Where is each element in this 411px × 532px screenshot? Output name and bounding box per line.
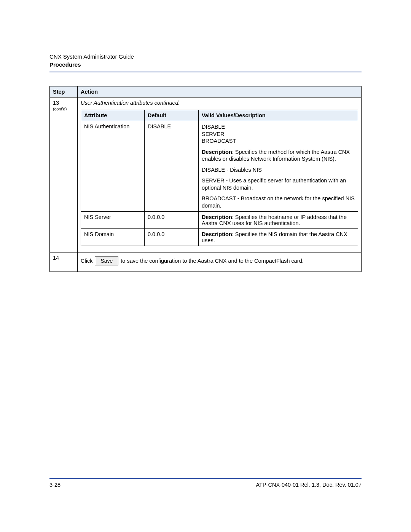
attributes-caption: User Authentication attributes continued… [81,100,358,106]
attribute-default: DISABLE [145,121,199,212]
attribute-name: NIS Authentication [81,121,145,212]
attribute-name: NIS Domain [81,229,145,246]
attributes-table: Attribute Default Valid Values/Descripti… [81,110,358,246]
action-cell: Click Save to save the configuration to … [78,252,362,272]
header-divider [49,72,362,72]
page-footer: 3-28 ATP-CNX-040-01 Rel. 1.3, Doc. Rev. … [49,478,362,488]
step-number: 13 [53,100,59,106]
attribute-description: DISABLE SERVER BROADCAST Description: Sp… [199,121,358,212]
doc-id: ATP-CNX-040-01 Rel. 1.3, Doc. Rev. 01.07 [256,482,362,488]
attribute-description: Description: Specifies the hostname or I… [199,212,358,229]
description-line: SERVER - Uses a specific server for auth… [202,177,355,191]
description-line: DISABLE - Disables NIS [202,166,355,174]
page-number: 3-28 [49,482,61,488]
doc-title: CNX System Administrator Guide [49,53,362,60]
col-header-attribute: Attribute [81,110,145,121]
table-row: NIS Server 0.0.0.0 Description: Specifie… [81,212,358,229]
step-contd: (cont'd) [53,107,74,111]
save-button[interactable]: Save [95,256,118,265]
description-label: Description [202,214,232,220]
col-header-action: Action [78,86,362,97]
footer-divider [49,478,362,479]
step-number-cell: 13 (cont'd) [50,97,78,252]
table-row: 13 (cont'd) User Authentication attribut… [50,97,362,252]
doc-section: Procedures [49,61,362,68]
valid-value: DISABLE [202,124,225,130]
description-label: Description [202,231,232,237]
table-row: NIS Authentication DISABLE DISABLE SERVE… [81,121,358,212]
step-number-cell: 14 [50,252,78,272]
procedure-table: Step Action 13 (cont'd) User Authenticat… [49,86,362,272]
col-header-step: Step [50,86,78,97]
valid-value: SERVER [202,131,224,137]
description-line: BROADCAST - Broadcast on the network for… [202,195,355,209]
col-header-default: Default [145,110,199,121]
attribute-description: Description: Specifies the NIS domain th… [199,229,358,246]
action-cell: User Authentication attributes continued… [78,97,362,252]
attribute-default: 0.0.0.0 [145,212,199,229]
attribute-default: 0.0.0.0 [145,229,199,246]
table-row: 14 Click Save to save the configuration … [50,252,362,272]
action-text-pre: Click [81,258,92,264]
document-page: CNX System Administrator Guide Procedure… [0,0,411,532]
valid-value: BROADCAST [202,138,236,144]
col-header-description: Valid Values/Description [199,110,358,121]
attribute-name: NIS Server [81,212,145,229]
description-label: Description [202,149,232,155]
action-text-post: to save the configuration to the Aastra … [121,258,303,264]
table-row: NIS Domain 0.0.0.0 Description: Specifie… [81,229,358,246]
step-number: 14 [53,255,59,261]
